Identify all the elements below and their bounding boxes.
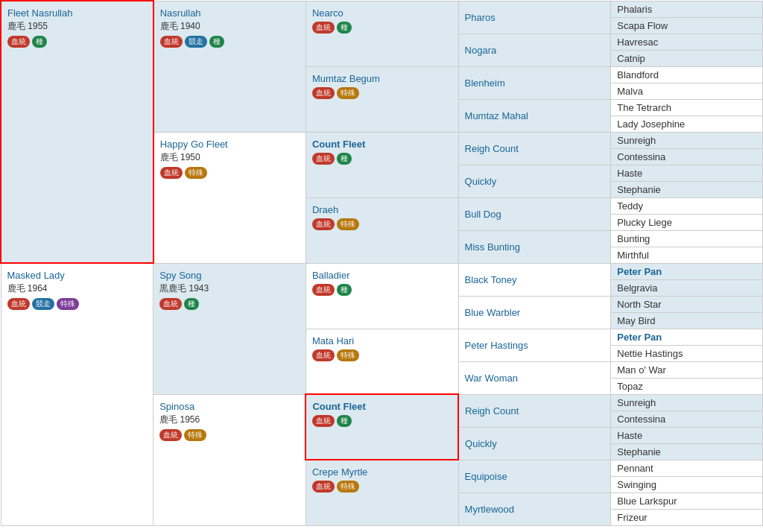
horse-name[interactable]: Peter Hastings [465, 340, 528, 351]
badge-特殊: 特殊 [184, 429, 206, 441]
horse-name[interactable]: Peter Pan [617, 332, 662, 343]
badge-血統: 血統 [312, 153, 335, 165]
col1-horse-cell: Masked Lady鹿毛 1964血統競走特殊 [1, 263, 153, 525]
horse-name[interactable]: Mumtaz Begum [312, 73, 452, 84]
badge-特殊: 特殊 [337, 87, 359, 99]
horse-name: Haste [617, 430, 756, 441]
col5-horse-cell: Catnip [611, 50, 763, 66]
horse-name: Stephanie [617, 446, 756, 457]
horse-name[interactable]: Nearco [312, 7, 452, 19]
badge-特殊: 特殊 [57, 298, 79, 310]
col4-horse-cell: Pharos [458, 1, 611, 34]
horse-name[interactable]: Happy Go Fleet [160, 139, 300, 150]
horse-name[interactable]: Spinosa [159, 401, 299, 412]
badge-種: 種 [32, 36, 47, 48]
badge-血統: 血統 [159, 429, 182, 441]
horse-name[interactable]: War Woman [465, 373, 519, 384]
horse-name: Topaz [617, 381, 756, 392]
horse-name: Contessina [617, 414, 756, 425]
horse-name[interactable]: Miss Bunting [465, 241, 520, 253]
horse-name[interactable]: Bull Dog [465, 209, 501, 220]
badge-種: 種 [209, 36, 224, 48]
col4-horse-cell: Equipoise [458, 460, 611, 493]
col2-horse-cell: Spy Song黒鹿毛 1943血統種 [153, 263, 306, 394]
horse-name[interactable]: Masked Lady [7, 270, 148, 281]
col5-horse-cell: Stephanie [611, 443, 763, 460]
badges: 血統特殊 [159, 429, 299, 441]
col3-horse-cell: Mata Hari血統特殊 [305, 329, 458, 394]
horse-name: Sunreigh [617, 397, 756, 408]
badges: 血統特殊 [312, 87, 452, 99]
horse-name[interactable]: Mumtaz Mahal [465, 110, 528, 121]
col4-horse-cell: Miss Bunting [458, 230, 611, 263]
horse-name[interactable]: Quickly [465, 438, 497, 449]
col5-horse-cell: Teddy [611, 197, 763, 214]
col3-horse-cell: Crepe Myrtle血統特殊 [305, 460, 458, 525]
badge-種: 種 [337, 22, 352, 34]
badges: 血統特殊 [312, 218, 452, 230]
horse-name[interactable]: Balladier [312, 270, 452, 281]
horse-info: 黒鹿毛 1943 [159, 282, 300, 295]
horse-name[interactable]: Spy Song [159, 270, 300, 281]
col5-horse-cell: The Tetrarch [611, 99, 763, 115]
col3-horse-cell: Draeh血統特殊 [305, 197, 458, 263]
horse-name[interactable]: Equipoise [465, 471, 507, 482]
horse-name[interactable]: Quickly [465, 176, 497, 187]
col5-horse-cell: North Star [611, 296, 763, 312]
horse-name: Contessina [617, 151, 756, 162]
col5-horse-cell: Belgravia [611, 279, 763, 296]
col4-horse-cell: Myrtlewood [458, 493, 611, 525]
horse-name[interactable]: Count Fleet [312, 401, 452, 412]
col5-horse-cell: Haste [611, 427, 763, 443]
horse-name: Plucky Liege [617, 217, 756, 228]
col4-horse-cell: Quickly [458, 427, 611, 460]
horse-name[interactable]: Nogara [465, 45, 497, 56]
col5-horse-cell: Stephanie [611, 181, 763, 197]
horse-name[interactable]: Black Toney [465, 274, 517, 285]
col5-horse-cell: Topaz [611, 378, 763, 394]
horse-name[interactable]: Myrtlewood [465, 504, 514, 515]
horse-name[interactable]: Fleet Nasrullah [7, 7, 147, 19]
col4-horse-cell: Reigh Count [458, 132, 611, 165]
badge-血統: 血統 [7, 36, 30, 48]
badges: 血統特殊 [312, 481, 452, 493]
col4-horse-cell: Reigh Count [458, 394, 611, 427]
horse-name[interactable]: Crepe Myrtle [312, 466, 452, 478]
badges: 血統種 [312, 284, 452, 296]
horse-name: Scapa Flow [617, 20, 756, 31]
col3-horse-cell: Mumtaz Begum血統特殊 [305, 66, 458, 132]
badge-血統: 血統 [312, 218, 335, 230]
horse-name[interactable]: Draeh [312, 204, 452, 215]
badges: 血統特殊 [160, 167, 300, 179]
badge-血統: 血統 [160, 167, 183, 179]
badge-特殊: 特殊 [337, 349, 359, 361]
col3-horse-cell: Count Fleet血統種 [305, 132, 458, 197]
col3-horse-cell: Nearco血統種 [305, 1, 458, 66]
horse-name[interactable]: Count Fleet [312, 139, 452, 150]
badge-種: 種 [184, 298, 199, 310]
horse-name[interactable]: Blenheim [465, 77, 505, 89]
horse-name[interactable]: Peter Pan [617, 266, 662, 277]
horse-name: Blandford [617, 69, 756, 80]
col5-horse-cell: Blue Larkspur [611, 493, 763, 509]
badge-血統: 血統 [312, 415, 335, 427]
col4-horse-cell: Blenheim [458, 66, 611, 99]
horse-name[interactable]: Mata Hari [312, 335, 452, 346]
horse-name[interactable]: Reigh Count [465, 405, 519, 417]
col5-horse-cell: Haste [611, 165, 763, 181]
horse-info: 鹿毛 1950 [160, 151, 300, 164]
col4-horse-cell: Blue Warbler [458, 296, 611, 329]
badges: 血統種 [312, 22, 452, 34]
horse-name[interactable]: Pharos [465, 12, 496, 23]
badge-血統: 血統 [312, 481, 335, 493]
horse-name[interactable]: Nasrullah [160, 7, 300, 19]
badge-競走: 競走 [185, 36, 207, 48]
badge-特殊: 特殊 [337, 218, 359, 230]
col4-horse-cell: Mumtaz Mahal [458, 99, 611, 132]
horse-name: Haste [617, 168, 756, 179]
badge-血統: 血統 [160, 36, 183, 48]
horse-name: Lady Josephine [617, 118, 756, 130]
horse-name[interactable]: Reigh Count [465, 143, 519, 154]
horse-name: The Tetrarch [617, 102, 756, 113]
horse-name[interactable]: Blue Warbler [465, 307, 521, 318]
